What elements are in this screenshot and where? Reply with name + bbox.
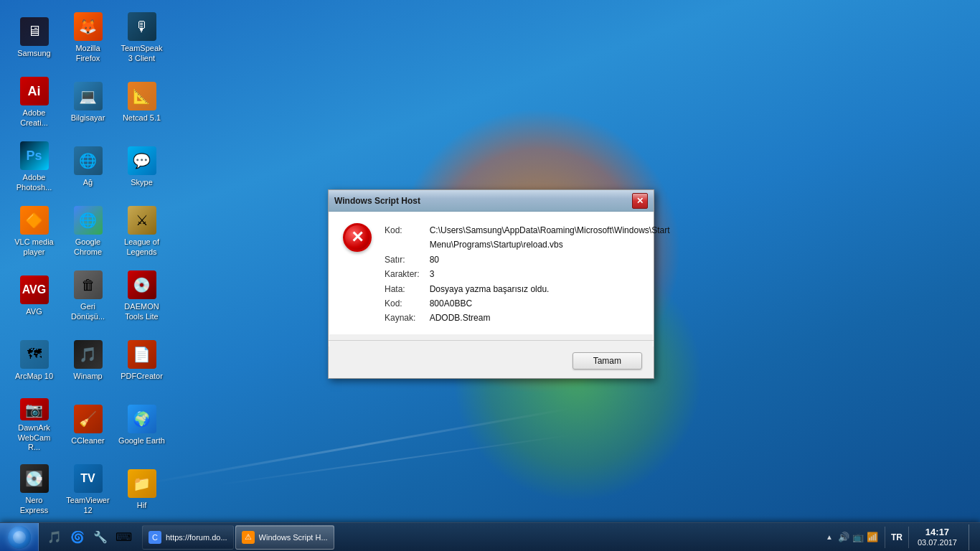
icon-skype-label: Skype: [131, 178, 153, 187]
icon-google-chrome-label: Google Chrome: [65, 237, 111, 256]
icon-netcad-label: Netcad 5.1: [123, 113, 161, 123]
ok-button[interactable]: Tamam: [573, 352, 642, 369]
ag-icon: 🌐: [74, 146, 103, 175]
field-kod1-value: C:\Users\Samsung\AppData\Roaming\Microso…: [428, 223, 672, 253]
field-satir-label: Satır:: [383, 253, 428, 267]
clock-date: 03.07.2017: [918, 538, 957, 547]
field-satir-value: 80: [428, 253, 672, 267]
icon-geri-label: Geri Dönüşü...: [65, 302, 111, 321]
icon-winamp[interactable]: 🎵 Winamp: [61, 330, 115, 391]
taskbar-tray: ▲ 🔊 📺 📶: [820, 531, 882, 544]
tray-separator: [885, 527, 885, 548]
icon-photoshop[interactable]: Ps Adobe Photosh...: [7, 136, 61, 197]
icon-adobe-creative-label: Adobe Creati...: [11, 108, 57, 127]
icon-ag-label: Ağ: [83, 178, 93, 187]
taskbar-apps: C https://forum.do... ⚠ Windows Script H…: [139, 523, 337, 551]
dialog-footer: Tamam: [329, 347, 654, 378]
icon-dawnark[interactable]: 📷 DawnArk WebCam R...: [7, 395, 61, 456]
netcad-icon: 📐: [128, 82, 156, 110]
icon-pdfcreator[interactable]: 📄 PDFCreator: [115, 330, 169, 391]
icon-daemon-label: DAEMON Tools Lite: [118, 302, 165, 321]
show-desktop-button[interactable]: [969, 524, 974, 550]
quicklaunch-media-player[interactable]: 🎵: [44, 527, 65, 547]
taskbar-clock[interactable]: 14:17 03.07.2017: [912, 523, 963, 551]
adobe-creative-icon: Ai: [20, 77, 49, 105]
dialog-close-button[interactable]: ✕: [632, 193, 648, 209]
icon-google-earth[interactable]: 🌍 Google Earth: [115, 395, 169, 456]
geri-icon: 🗑: [74, 270, 103, 299]
taskbar-right: ▲ 🔊 📺 📶 TR 14:17 03.07.2017: [814, 523, 980, 551]
icon-pdfcreator-label: PDFCreator: [121, 372, 163, 381]
league-icon: ⚔: [128, 206, 156, 235]
taskbar-chrome-label: https://forum.do...: [166, 533, 227, 542]
vlc-icon: 🔶: [20, 206, 49, 235]
error-icon: ✕: [343, 223, 372, 252]
dawnark-icon: 📷: [20, 398, 49, 420]
hif-icon: 📁: [128, 469, 156, 498]
clock-time: 14:17: [925, 527, 949, 538]
icon-bilgisayar[interactable]: 💻 Bilgisayar: [61, 72, 115, 133]
error-symbol: ✕: [351, 228, 364, 247]
quicklaunch-extra[interactable]: 🔧: [90, 527, 110, 547]
nero-icon: 💽: [20, 464, 49, 493]
field-kod1-label: Kod:: [383, 223, 428, 253]
icon-google-chrome[interactable]: 🌐 Google Chrome: [61, 201, 115, 262]
icon-arcmap[interactable]: 🗺 ArcMap 10: [7, 330, 61, 391]
icon-adobe-creative[interactable]: Ai Adobe Creati...: [7, 72, 61, 133]
tray-signal-icon[interactable]: 📶: [866, 531, 879, 544]
icon-ccleaner-label: CCleaner: [71, 436, 104, 446]
taskbar-quicklaunch: 🎵 🌀 🔧 ⌨: [39, 523, 139, 551]
icon-photoshop-label: Adobe Photosh...: [11, 173, 57, 192]
firefox-icon: 🦊: [74, 12, 103, 41]
icon-samsung-label: Samsung: [17, 49, 50, 58]
photoshop-icon: Ps: [20, 141, 49, 170]
icon-teamviewer12-label: TeamViewer 12: [65, 496, 111, 514]
field-hata-label: Hata:: [383, 282, 428, 296]
icon-winamp-label: Winamp: [73, 372, 102, 381]
quicklaunch-ie[interactable]: 🌀: [67, 527, 88, 547]
icon-dawnark-label: DawnArk WebCam R...: [11, 423, 57, 452]
icon-ag[interactable]: 🌐 Ağ: [61, 136, 115, 197]
icon-avg[interactable]: AVG AVG: [7, 265, 61, 326]
icon-vlc[interactable]: 🔶 VLC media player: [7, 201, 61, 262]
quicklaunch-keyboard[interactable]: ⌨: [113, 527, 133, 547]
bilgisayar-icon: 💻: [74, 82, 103, 110]
icon-samsung[interactable]: 🖥 Samsung: [7, 7, 61, 68]
icon-google-earth-label: Google Earth: [118, 436, 165, 446]
icon-hif-label: Hif: [137, 501, 146, 510]
google-earth-icon: 🌍: [128, 405, 156, 433]
tray-volume-icon[interactable]: 🔊: [837, 531, 850, 544]
start-button[interactable]: [0, 523, 39, 552]
field-kod2-value: 800A0BBC: [428, 296, 672, 311]
daemon-icon: 💿: [128, 270, 156, 299]
tray-network-icon[interactable]: 📺: [852, 531, 864, 544]
icon-firefox[interactable]: 🦊 Mozilla Firefox: [61, 7, 115, 68]
icon-skype[interactable]: 💬 Skype: [115, 136, 169, 197]
icon-hif[interactable]: 📁 Hif: [115, 459, 169, 520]
dialog-text: Kod: C:\Users\Samsung\AppData\Roaming\Mi…: [383, 223, 671, 326]
icon-teamspeak[interactable]: 🎙 TeamSpeak 3 Client: [115, 7, 169, 68]
icon-league[interactable]: ⚔ League of Legends: [115, 201, 169, 262]
tray-expand-icon[interactable]: ▲: [823, 531, 836, 544]
icon-teamspeak-label: TeamSpeak 3 Client: [118, 44, 165, 62]
taskbar-language[interactable]: TR: [888, 532, 905, 542]
icon-bilgisayar-label: Bilgisayar: [71, 113, 105, 123]
field-kaynak-label: Kaynak:: [383, 311, 428, 325]
icon-ccleaner[interactable]: 🧹 CCleaner: [61, 395, 115, 456]
icon-daemon[interactable]: 💿 DAEMON Tools Lite: [115, 265, 169, 326]
icon-teamviewer12[interactable]: TV TeamViewer 12: [61, 459, 115, 520]
dialog-titlebar: Windows Script Host ✕: [329, 190, 654, 212]
icon-geri[interactable]: 🗑 Geri Dönüşü...: [61, 265, 115, 326]
icon-nero[interactable]: 💽 Nero Express: [7, 459, 61, 520]
skype-icon: 💬: [128, 146, 156, 175]
icon-firefox-label: Mozilla Firefox: [65, 44, 111, 62]
field-kod2-label: Kod:: [383, 296, 428, 311]
taskbar-chrome-icon: C: [149, 531, 161, 544]
icon-netcad[interactable]: 📐 Netcad 5.1: [115, 72, 169, 133]
icon-avg-label: AVG: [26, 307, 42, 316]
field-kaynak-value: ADODB.Stream: [428, 311, 672, 325]
dialog-separator: [329, 340, 654, 341]
taskbar-wsh-tab[interactable]: ⚠ Windows Script H...: [235, 525, 334, 550]
taskbar-chrome-tab[interactable]: C https://forum.do...: [142, 525, 234, 550]
google-chrome-icon: 🌐: [74, 206, 103, 235]
